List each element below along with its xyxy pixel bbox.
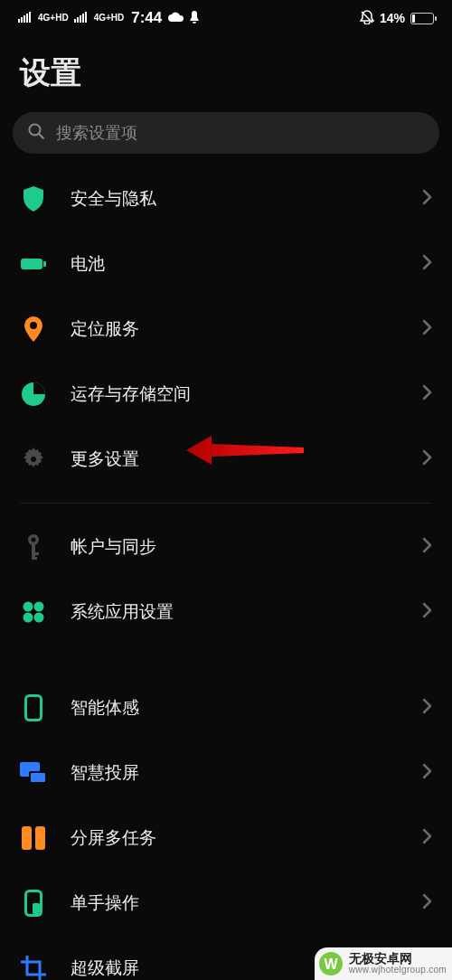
settings-item-label: 定位服务	[71, 317, 398, 341]
watermark-title: 无极安卓网	[349, 952, 447, 966]
settings-item-label: 更多设置	[71, 448, 398, 471]
settings-item-label: 帐户与同步	[71, 535, 398, 559]
settings-item-pie[interactable]: 运存与存储空间	[13, 362, 439, 427]
crop-icon	[20, 955, 47, 980]
network-type-1: 4G+HD	[38, 14, 69, 23]
settings-item-split[interactable]: 分屏多任务	[13, 806, 439, 871]
settings-item-battery[interactable]: 电池	[13, 231, 439, 297]
svg-rect-32	[33, 903, 40, 914]
chevron-right-icon	[421, 601, 432, 623]
chevron-right-icon	[421, 448, 432, 470]
svg-rect-28	[31, 773, 45, 782]
battery-icon	[410, 13, 434, 24]
dnd-icon	[360, 10, 374, 27]
clover-icon	[20, 598, 47, 626]
key-icon	[20, 533, 47, 561]
svg-rect-1	[21, 17, 23, 23]
svg-rect-8	[82, 14, 84, 23]
signal-bars-2-icon	[74, 11, 89, 25]
svg-rect-7	[80, 15, 81, 23]
signal-bars-1-icon	[18, 11, 33, 25]
watermark: W 无极安卓网 www.wjhotelgroup.com	[315, 947, 452, 980]
settings-item-label: 系统应用设置	[71, 600, 398, 624]
settings-item-label: 智能体感	[71, 696, 398, 720]
svg-rect-13	[43, 261, 46, 267]
svg-point-22	[34, 602, 44, 612]
settings-item-label: 运存与存储空间	[71, 382, 398, 406]
onehand-icon	[20, 890, 47, 917]
notification-icon	[189, 11, 200, 26]
split-icon	[20, 825, 47, 852]
chevron-right-icon	[421, 697, 432, 719]
svg-rect-30	[35, 826, 45, 850]
settings-item-key[interactable]: 帐户与同步	[13, 514, 439, 580]
battery-percent: 14%	[380, 11, 405, 25]
page-title: 设置	[0, 36, 452, 112]
settings-item-pin[interactable]: 定位服务	[13, 297, 439, 362]
svg-rect-3	[26, 14, 28, 23]
gear-icon	[20, 446, 47, 473]
svg-rect-6	[77, 17, 79, 23]
svg-rect-20	[32, 557, 37, 560]
search-icon	[27, 122, 45, 144]
chevron-right-icon	[421, 318, 432, 340]
settings-item-clover[interactable]: 系统应用设置	[13, 580, 439, 645]
watermark-logo-icon: W	[316, 949, 345, 978]
svg-point-23	[24, 613, 33, 623]
settings-item-label: 电池	[71, 252, 398, 276]
phone-outline-icon	[20, 694, 47, 721]
settings-item-label: 单手操作	[71, 891, 398, 915]
pie-icon	[20, 381, 47, 408]
svg-rect-0	[18, 19, 20, 23]
shield-icon	[20, 185, 47, 212]
chevron-right-icon	[421, 762, 432, 784]
svg-line-11	[39, 134, 43, 138]
svg-rect-2	[24, 15, 25, 23]
settings-item-gear[interactable]: 更多设置	[13, 427, 439, 492]
chevron-right-icon	[421, 827, 432, 849]
settings-item-label: 安全与隐私	[71, 187, 398, 211]
chevron-right-icon	[421, 383, 432, 405]
svg-rect-9	[85, 12, 87, 23]
pin-icon	[20, 316, 47, 343]
settings-item-label: 智慧投屏	[71, 761, 398, 785]
svg-rect-19	[32, 552, 39, 555]
settings-item-shield[interactable]: 安全与隐私	[13, 166, 439, 231]
settings-item-onehand[interactable]: 单手操作	[13, 871, 439, 936]
settings-item-label: 分屏多任务	[71, 826, 398, 850]
svg-rect-5	[74, 19, 76, 23]
chevron-right-icon	[421, 892, 432, 914]
svg-point-15	[31, 457, 36, 462]
battery-icon	[20, 250, 47, 278]
cast-icon	[20, 759, 47, 787]
svg-rect-4	[29, 12, 31, 23]
search-bar[interactable]	[13, 112, 439, 154]
clock: 7:44	[131, 9, 162, 27]
svg-point-21	[24, 602, 33, 612]
settings-item-cast[interactable]: 智慧投屏	[13, 740, 439, 806]
svg-rect-29	[22, 826, 32, 850]
svg-point-24	[34, 613, 44, 623]
svg-text:W: W	[324, 956, 338, 972]
svg-rect-25	[26, 696, 42, 721]
status-bar: 4G+HD 4G+HD 7:44 14%	[0, 0, 452, 36]
search-input[interactable]	[56, 124, 425, 143]
svg-point-14	[30, 322, 37, 329]
svg-point-17	[32, 538, 36, 542]
settings-item-phone-outline[interactable]: 智能体感	[13, 675, 439, 740]
chevron-right-icon	[421, 536, 432, 558]
network-type-2: 4G+HD	[94, 14, 125, 23]
chevron-right-icon	[421, 188, 432, 210]
chevron-right-icon	[421, 253, 432, 275]
watermark-sub: www.wjhotelgroup.com	[349, 966, 447, 975]
cloud-icon	[167, 11, 184, 26]
svg-rect-12	[21, 259, 42, 269]
